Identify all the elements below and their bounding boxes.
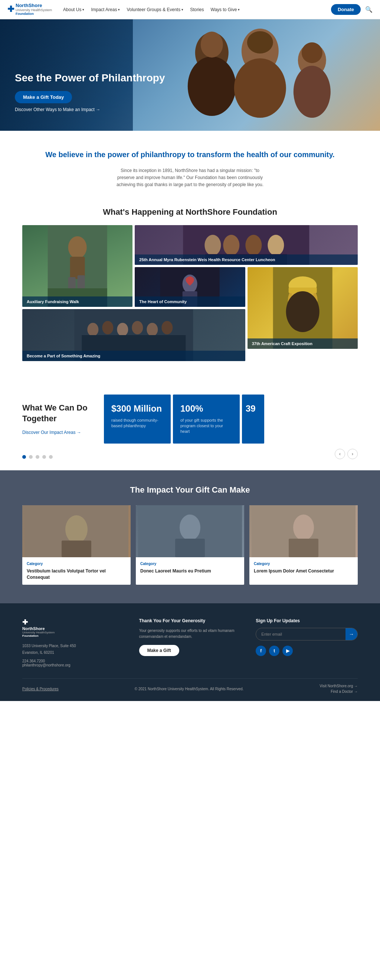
svg-rect-42 (62, 541, 91, 557)
impact-card-1[interactable]: Category Vestibulum Iaculis Volutpat Tor… (22, 505, 131, 585)
nav-links: About Us ▾ Impact Areas ▾ Volunteer Grou… (63, 7, 331, 12)
impact-card-2[interactable]: Category Donec Laoreet Mauris eu Pretium (136, 505, 244, 585)
footer-social: f t ▶ (256, 646, 358, 656)
footer-email-address[interactable]: philanthropy@northshore.org (22, 663, 124, 667)
svg-point-36 (132, 321, 143, 334)
visit-northshore-link[interactable]: Visit NorthShore.org → (320, 684, 358, 688)
together-section: What We Can Do Together Discover Our Imp… (0, 376, 380, 470)
footer-logo-uhs: University HealthSystem (22, 631, 124, 634)
stat-card-3-partial: 39 (242, 395, 264, 444)
nav-ways[interactable]: Ways to Give ▾ (211, 7, 240, 12)
grid-label-heart: The Heart of Community (135, 296, 245, 307)
svg-point-47 (293, 514, 314, 541)
footer-email-input[interactable] (256, 629, 345, 640)
nav-about[interactable]: About Us ▾ (63, 7, 84, 12)
svg-point-35 (117, 323, 128, 336)
logo[interactable]: ✚ NorthShore University HealthSystem Fou… (8, 3, 52, 16)
carousel-dots (22, 449, 53, 459)
nav-donate-button[interactable]: Donate (331, 4, 361, 15)
stat-desc-2: of your gift supports the program closes… (180, 418, 232, 435)
carousel-prev-button[interactable]: ‹ (335, 449, 345, 459)
logo-cross: ✚ (8, 5, 14, 14)
footer-generosity-title: Thank You For Your Generosity (139, 618, 241, 624)
make-gift-button[interactable]: Make a Gift Today (15, 91, 72, 103)
chevron-down-icon: ▾ (182, 8, 183, 11)
dot-2[interactable] (29, 455, 33, 459)
dot-4[interactable] (42, 455, 46, 459)
grid-item-amazing[interactable]: Become a Part of Something Amazing (22, 309, 245, 361)
svg-point-2 (201, 32, 223, 57)
svg-point-37 (147, 323, 158, 336)
svg-rect-48 (289, 539, 318, 557)
svg-point-4 (234, 58, 286, 118)
twitter-icon[interactable]: t (269, 646, 279, 656)
stat-desc-1: raised though community-based philanthro… (111, 418, 163, 429)
logo-foundation: Foundation (16, 12, 52, 16)
mission-body: Since its inception in 1891, NorthShore … (112, 167, 268, 189)
chevron-down-icon: ▾ (118, 8, 120, 11)
footer-logo-foundation: Foundation (22, 634, 124, 638)
grid-item-craft[interactable]: 37th American Craft Exposition (247, 267, 358, 349)
svg-point-33 (87, 323, 98, 336)
grid-label-amazing: Become a Part of Something Amazing (22, 351, 245, 361)
svg-point-38 (162, 321, 173, 334)
footer-phone: 224.364.7200 (22, 659, 124, 663)
logo-northshore: NorthShore (16, 3, 52, 8)
svg-rect-45 (175, 539, 205, 557)
footer-col-signup: Sign Up For Updates → f t ▶ (256, 618, 358, 667)
policies-link[interactable]: Policies & Procedures (22, 687, 59, 691)
impact-card-3[interactable]: Category Lorem Ipsum Dolor Amet Consecte… (249, 505, 358, 585)
nav-stories[interactable]: Stories (190, 7, 204, 12)
find-doctor-link[interactable]: Find a Doctor → (331, 689, 358, 694)
dot-5[interactable] (49, 455, 53, 459)
svg-point-1 (188, 56, 236, 116)
footer-make-gift-button[interactable]: Make a Gift (139, 645, 179, 656)
footer-bottom: Policies & Procedures © 2021 NorthShore … (22, 678, 358, 694)
footer: ✚ NorthShore University HealthSystem Fou… (0, 603, 380, 701)
dot-1[interactable] (22, 455, 26, 459)
stats-carousel: $300 Million raised though community-bas… (104, 395, 358, 444)
search-icon[interactable]: 🔍 (365, 6, 372, 13)
facebook-icon[interactable]: f (256, 646, 266, 656)
footer-bottom-right: Visit NorthShore.org → Find a Doctor → (320, 684, 358, 694)
together-heading: What We Can Do Together (22, 403, 93, 424)
footer-col-brand: ✚ NorthShore University HealthSystem Fou… (22, 618, 124, 667)
impact-card-image-3 (249, 505, 358, 557)
grid-item-luncheon[interactable]: 25th Annual Myra Rubenstein Weis Health … (135, 225, 358, 265)
grid-item-auxiliary[interactable]: Auxiliary Fundraising Walk (22, 225, 133, 307)
impact-card-body-2: Category Donec Laoreet Mauris eu Pretium (136, 557, 244, 579)
discover-link[interactable]: Discover Other Ways to Make an Impact → (15, 107, 165, 112)
hero-title: See the Power of Philanthropy (15, 72, 165, 84)
footer-logo[interactable]: ✚ NorthShore University HealthSystem Fou… (22, 618, 124, 638)
nav-volunteer[interactable]: Volunteer Groups & Events ▾ (127, 7, 183, 12)
svg-point-34 (102, 321, 113, 334)
footer-top: ✚ NorthShore University HealthSystem Fou… (22, 618, 358, 667)
footer-copyright: © 2021 NorthShore University HealthSyste… (135, 687, 244, 691)
grid-label-luncheon: 25th Annual Myra Rubenstein Weis Health … (135, 255, 358, 265)
discover-impact-link[interactable]: Discover Our Impact Areas → (22, 430, 93, 435)
svg-point-20 (245, 235, 262, 256)
navigation: ✚ NorthShore University HealthSystem Fou… (0, 0, 380, 19)
dot-3[interactable] (36, 455, 40, 459)
chevron-down-icon: ▾ (82, 8, 84, 11)
footer-email-input-wrap: → (256, 628, 358, 640)
chevron-down-icon: ▾ (238, 8, 240, 11)
mission-tagline: We believe in the power of philanthropy … (44, 150, 336, 160)
stat-value-1: $300 Million (111, 403, 163, 414)
svg-point-41 (65, 515, 87, 544)
youtube-icon[interactable]: ▶ (282, 646, 293, 656)
impact-card-body-1: Category Vestibulum Iaculis Volutpat Tor… (22, 557, 131, 585)
impact-card-title-1: Vestibulum Iaculis Volutpat Tortor vel C… (27, 568, 126, 581)
impact-card-title-3: Lorem Ipsum Dolor Amet Consectetur (254, 568, 353, 574)
impact-card-title-2: Donec Laoreet Mauris eu Pretium (140, 568, 240, 574)
svg-point-10 (68, 236, 87, 259)
footer-email-submit-button[interactable]: → (345, 628, 357, 640)
impact-category-2: Category (140, 562, 240, 566)
nav-impact[interactable]: Impact Areas ▾ (91, 7, 120, 12)
footer-generosity-body: Your generosity supports our efforts to … (139, 628, 241, 640)
grid-item-heart[interactable]: The Heart of Community (135, 267, 245, 307)
stat-value-2: 100% (180, 403, 232, 414)
carousel-next-button[interactable]: › (347, 449, 358, 459)
svg-point-19 (223, 235, 240, 256)
hero-content: See the Power of Philanthropy Make a Gif… (0, 72, 180, 119)
